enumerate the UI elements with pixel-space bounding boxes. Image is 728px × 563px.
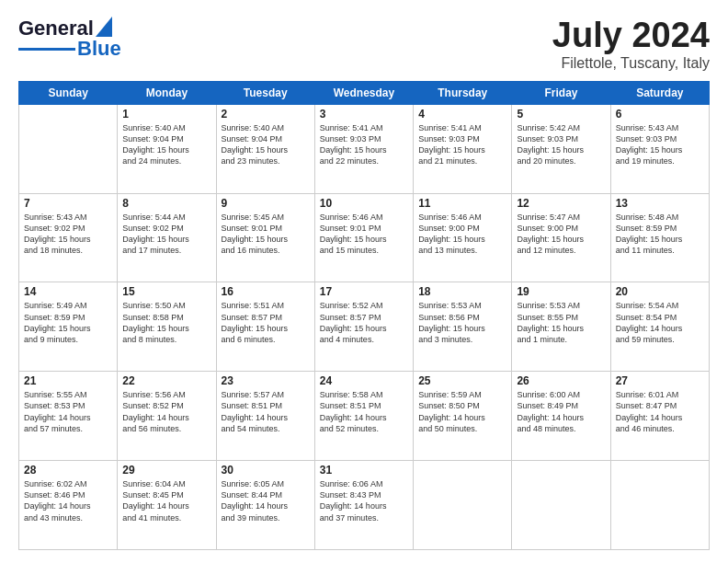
cell-content: Sunrise: 5:46 AM Sunset: 9:01 PM Dayligh… [320, 212, 408, 257]
cell-content: Sunrise: 5:51 AM Sunset: 8:57 PM Dayligh… [222, 300, 310, 345]
calendar-day-header: Saturday [610, 81, 709, 104]
calendar-cell: 8Sunrise: 5:44 AM Sunset: 9:02 PM Daylig… [118, 193, 216, 282]
cell-content: Sunrise: 6:01 AM Sunset: 8:47 PM Dayligh… [616, 389, 704, 434]
cell-content: Sunrise: 5:41 AM Sunset: 9:03 PM Dayligh… [320, 122, 408, 167]
calendar-cell: 12Sunrise: 5:47 AM Sunset: 9:00 PM Dayli… [512, 193, 610, 282]
calendar-cell [610, 461, 709, 550]
calendar-cell [512, 461, 610, 550]
day-number: 2 [222, 108, 310, 121]
cell-content: Sunrise: 6:05 AM Sunset: 8:44 PM Dayligh… [222, 478, 310, 523]
day-number: 9 [222, 197, 310, 210]
cell-content: Sunrise: 5:59 AM Sunset: 8:50 PM Dayligh… [418, 389, 506, 434]
page: General Blue July 2024 Filettole, Tuscan… [0, 0, 728, 563]
day-number: 3 [320, 108, 408, 121]
day-number: 31 [320, 464, 408, 477]
cell-content: Sunrise: 5:53 AM Sunset: 8:56 PM Dayligh… [418, 300, 506, 345]
calendar-week-row: 7Sunrise: 5:43 AM Sunset: 9:02 PM Daylig… [19, 193, 710, 282]
day-number: 4 [418, 108, 506, 121]
calendar-cell: 18Sunrise: 5:53 AM Sunset: 8:56 PM Dayli… [414, 282, 512, 372]
cell-content: Sunrise: 5:42 AM Sunset: 9:03 PM Dayligh… [517, 122, 605, 167]
cell-content: Sunrise: 5:48 AM Sunset: 8:59 PM Dayligh… [616, 212, 704, 257]
calendar-cell: 14Sunrise: 5:49 AM Sunset: 8:59 PM Dayli… [19, 282, 118, 372]
calendar-cell: 4Sunrise: 5:41 AM Sunset: 9:03 PM Daylig… [414, 104, 512, 193]
day-number: 29 [122, 464, 210, 477]
title-section: July 2024 Filettole, Tuscany, Italy [552, 17, 710, 72]
cell-content: Sunrise: 5:46 AM Sunset: 9:00 PM Dayligh… [418, 212, 506, 257]
cell-content: Sunrise: 6:00 AM Sunset: 8:49 PM Dayligh… [517, 389, 605, 434]
calendar-cell [414, 461, 512, 550]
day-number: 23 [222, 374, 310, 387]
calendar-cell: 20Sunrise: 5:54 AM Sunset: 8:54 PM Dayli… [610, 282, 709, 372]
calendar-cell: 11Sunrise: 5:46 AM Sunset: 9:00 PM Dayli… [414, 193, 512, 282]
calendar-cell: 10Sunrise: 5:46 AM Sunset: 9:01 PM Dayli… [314, 193, 413, 282]
calendar-cell: 27Sunrise: 6:01 AM Sunset: 8:47 PM Dayli… [610, 372, 709, 461]
calendar-day-header: Sunday [19, 81, 118, 104]
calendar-body: 1Sunrise: 5:40 AM Sunset: 9:04 PM Daylig… [19, 104, 710, 549]
cell-content: Sunrise: 5:53 AM Sunset: 8:55 PM Dayligh… [517, 300, 605, 345]
day-number: 6 [616, 108, 704, 121]
calendar-cell: 9Sunrise: 5:45 AM Sunset: 9:01 PM Daylig… [216, 193, 314, 282]
calendar-cell: 19Sunrise: 5:53 AM Sunset: 8:55 PM Dayli… [512, 282, 610, 372]
cell-content: Sunrise: 5:40 AM Sunset: 9:04 PM Dayligh… [222, 122, 310, 167]
calendar-cell: 22Sunrise: 5:56 AM Sunset: 8:52 PM Dayli… [118, 372, 216, 461]
calendar-cell: 31Sunrise: 6:06 AM Sunset: 8:43 PM Dayli… [314, 461, 413, 550]
cell-content: Sunrise: 5:40 AM Sunset: 9:04 PM Dayligh… [122, 122, 210, 167]
calendar-cell: 29Sunrise: 6:04 AM Sunset: 8:45 PM Dayli… [118, 461, 216, 550]
calendar-cell: 2Sunrise: 5:40 AM Sunset: 9:04 PM Daylig… [216, 104, 314, 193]
cell-content: Sunrise: 5:43 AM Sunset: 9:03 PM Dayligh… [616, 122, 704, 167]
day-number: 30 [222, 464, 310, 477]
cell-content: Sunrise: 5:50 AM Sunset: 8:58 PM Dayligh… [122, 300, 210, 345]
calendar-cell: 28Sunrise: 6:02 AM Sunset: 8:46 PM Dayli… [19, 461, 118, 550]
calendar-cell: 13Sunrise: 5:48 AM Sunset: 8:59 PM Dayli… [610, 193, 709, 282]
calendar-cell: 3Sunrise: 5:41 AM Sunset: 9:03 PM Daylig… [314, 104, 413, 193]
cell-content: Sunrise: 5:49 AM Sunset: 8:59 PM Dayligh… [24, 300, 112, 345]
cell-content: Sunrise: 5:54 AM Sunset: 8:54 PM Dayligh… [616, 300, 704, 345]
calendar-cell: 7Sunrise: 5:43 AM Sunset: 9:02 PM Daylig… [19, 193, 118, 282]
logo-icon [96, 17, 112, 37]
calendar-day-header: Tuesday [216, 81, 314, 104]
calendar-day-header: Thursday [414, 81, 512, 104]
day-number: 8 [122, 197, 210, 210]
calendar-cell [19, 104, 118, 193]
cell-content: Sunrise: 5:57 AM Sunset: 8:51 PM Dayligh… [222, 389, 310, 434]
cell-content: Sunrise: 5:41 AM Sunset: 9:03 PM Dayligh… [418, 122, 506, 167]
calendar-cell: 30Sunrise: 6:05 AM Sunset: 8:44 PM Dayli… [216, 461, 314, 550]
day-number: 10 [320, 197, 408, 210]
day-number: 14 [24, 285, 112, 298]
logo: General Blue [18, 17, 121, 61]
day-number: 18 [418, 285, 506, 298]
calendar-day-header: Wednesday [314, 81, 413, 104]
cell-content: Sunrise: 5:58 AM Sunset: 8:51 PM Dayligh… [320, 389, 408, 434]
cell-content: Sunrise: 5:43 AM Sunset: 9:02 PM Dayligh… [24, 212, 112, 257]
day-number: 13 [616, 197, 704, 210]
calendar-cell: 17Sunrise: 5:52 AM Sunset: 8:57 PM Dayli… [314, 282, 413, 372]
calendar-cell: 21Sunrise: 5:55 AM Sunset: 8:53 PM Dayli… [19, 372, 118, 461]
day-number: 15 [122, 285, 210, 298]
day-number: 12 [517, 197, 605, 210]
calendar-cell: 16Sunrise: 5:51 AM Sunset: 8:57 PM Dayli… [216, 282, 314, 372]
day-number: 25 [418, 374, 506, 387]
calendar-cell: 5Sunrise: 5:42 AM Sunset: 9:03 PM Daylig… [512, 104, 610, 193]
day-number: 1 [122, 108, 210, 121]
day-number: 16 [222, 285, 310, 298]
calendar-cell: 6Sunrise: 5:43 AM Sunset: 9:03 PM Daylig… [610, 104, 709, 193]
day-number: 24 [320, 374, 408, 387]
location-title: Filettole, Tuscany, Italy [552, 55, 710, 72]
calendar-week-row: 28Sunrise: 6:02 AM Sunset: 8:46 PM Dayli… [19, 461, 710, 550]
day-number: 22 [122, 374, 210, 387]
cell-content: Sunrise: 5:45 AM Sunset: 9:01 PM Dayligh… [222, 212, 310, 257]
logo-blue: Blue [77, 37, 121, 61]
month-title: July 2024 [552, 17, 710, 55]
day-number: 20 [616, 285, 704, 298]
calendar-cell: 15Sunrise: 5:50 AM Sunset: 8:58 PM Dayli… [118, 282, 216, 372]
calendar-week-row: 14Sunrise: 5:49 AM Sunset: 8:59 PM Dayli… [19, 282, 710, 372]
calendar-cell: 26Sunrise: 6:00 AM Sunset: 8:49 PM Dayli… [512, 372, 610, 461]
header: General Blue July 2024 Filettole, Tuscan… [18, 17, 710, 72]
calendar-day-header: Friday [512, 81, 610, 104]
day-number: 11 [418, 197, 506, 210]
calendar-cell: 1Sunrise: 5:40 AM Sunset: 9:04 PM Daylig… [118, 104, 216, 193]
calendar-week-row: 1Sunrise: 5:40 AM Sunset: 9:04 PM Daylig… [19, 104, 710, 193]
day-number: 19 [517, 285, 605, 298]
calendar-header-row: SundayMondayTuesdayWednesdayThursdayFrid… [19, 81, 710, 104]
day-number: 28 [24, 464, 112, 477]
